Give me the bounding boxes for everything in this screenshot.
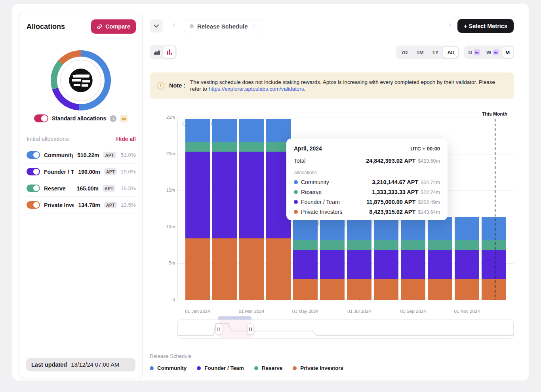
bar-segment-community-nov-2024[interactable] xyxy=(455,217,479,240)
bar-segment-community-oct-2024[interactable] xyxy=(428,217,452,240)
y-axis-label: 10m xyxy=(159,224,175,229)
bar-segment-community-apr-2024[interactable] xyxy=(266,119,291,142)
bar-segment-private-investors-dec-2024[interactable] xyxy=(482,279,506,300)
bar-segment-community-may-2024[interactable] xyxy=(293,217,318,240)
legend-item-reserve[interactable]: Reserve xyxy=(254,365,283,371)
info-icon[interactable]: i xyxy=(110,115,116,122)
bar-chart-button[interactable] xyxy=(163,46,175,58)
bar-segment-founder-team-nov-2024[interactable] xyxy=(455,250,479,279)
bar-segment-private-investors-jul-2024[interactable] xyxy=(347,279,371,300)
bar-segment-founder-team-sep-2024[interactable] xyxy=(401,250,425,279)
toolbar-divider xyxy=(145,39,522,39)
kebab-menu-icon[interactable]: ⋮ xyxy=(251,23,257,29)
bar-segment-community-mar-2024[interactable] xyxy=(239,119,264,142)
bar-segment-community-feb-2024[interactable] xyxy=(212,119,237,142)
donut-hole xyxy=(57,57,105,104)
range-button-all[interactable]: All xyxy=(443,47,458,58)
bar-segment-community-jun-2024[interactable] xyxy=(320,217,345,240)
note-text-after-link: . xyxy=(304,86,306,92)
time-range-switcher: 7D1M1YAll xyxy=(396,46,459,59)
navigator-handle-left[interactable] xyxy=(215,323,222,335)
bar-segment-private-investors-aug-2024[interactable] xyxy=(374,279,398,300)
this-month-label: This Month xyxy=(482,111,507,117)
bar-segment-founder-team-jul-2024[interactable] xyxy=(347,250,371,279)
tooltip-series-apt: 8,423,915.02 APT xyxy=(369,209,415,215)
bar-segment-private-investors-feb-2024[interactable] xyxy=(212,238,237,300)
allocation-name: Community xyxy=(44,152,73,158)
bar-segment-founder-team-jan-2024[interactable] xyxy=(185,152,210,238)
timeline-navigator[interactable] xyxy=(177,320,514,339)
premium-crown-icon xyxy=(493,49,499,55)
navigator-selection[interactable] xyxy=(219,320,251,338)
navigator-handle-right[interactable] xyxy=(247,323,254,335)
bar-segment-reserve-may-2024[interactable] xyxy=(293,240,318,250)
private-investors-toggle[interactable] xyxy=(27,201,40,209)
this-month-line xyxy=(495,119,495,300)
granularity-button-m[interactable]: M xyxy=(502,47,513,58)
series-dot xyxy=(294,180,298,184)
bar-segment-founder-team-oct-2024[interactable] xyxy=(428,250,452,279)
area-chart-button[interactable] xyxy=(151,46,163,58)
bar-segment-reserve-sep-2024[interactable] xyxy=(401,240,425,250)
select-metrics-button[interactable]: + Select Metrics xyxy=(457,19,514,33)
prev-metric-chevron[interactable]: ‹ xyxy=(173,21,175,29)
bar-segment-community-aug-2024[interactable] xyxy=(374,217,398,240)
bar-segment-reserve-jan-2024[interactable] xyxy=(185,142,210,152)
bar-segment-private-investors-jun-2024[interactable] xyxy=(320,279,345,300)
range-button-1m[interactable]: 1M xyxy=(412,47,428,58)
bar-segment-founder-team-dec-2024[interactable] xyxy=(482,250,506,279)
next-metric-chevron[interactable]: › xyxy=(449,21,451,29)
bar-segment-reserve-jun-2024[interactable] xyxy=(320,240,345,250)
collapse-chevron-button[interactable] xyxy=(150,19,163,32)
bar-segment-founder-team-may-2024[interactable] xyxy=(293,250,318,279)
legend-item-private-investors[interactable]: Private Investors xyxy=(293,365,343,371)
legend-item-community[interactable]: Community xyxy=(150,365,187,371)
bar-segment-private-investors-mar-2024[interactable] xyxy=(239,238,264,300)
navigator-range-tab[interactable] xyxy=(218,316,251,320)
standard-allocations-row: Standard allocations i xyxy=(19,114,142,122)
bar-segment-founder-team-mar-2024[interactable] xyxy=(239,152,264,238)
range-button-7d[interactable]: 7D xyxy=(397,47,412,58)
tooltip-timezone: UTC + 00:00 xyxy=(410,146,440,152)
bar-segment-reserve-mar-2024[interactable] xyxy=(239,142,264,152)
last-updated-pill: Last updated 13/12/24 07:00 AM xyxy=(26,358,135,371)
reserve-toggle[interactable] xyxy=(27,185,40,192)
range-button-1y[interactable]: 1Y xyxy=(428,47,443,58)
bar-segment-founder-team-feb-2024[interactable] xyxy=(212,152,237,238)
allocation-percent: 16.5% xyxy=(119,185,136,191)
community-toggle[interactable] xyxy=(27,151,40,159)
bar-segment-reserve-oct-2024[interactable] xyxy=(428,240,452,250)
bar-segment-private-investors-apr-2024[interactable] xyxy=(266,238,291,300)
bar-segment-community-dec-2024[interactable] xyxy=(482,217,506,240)
metric-pill-release-schedule[interactable]: Release Schedule ⋮ xyxy=(184,19,262,33)
granularity-button-d[interactable]: D xyxy=(465,47,483,58)
validators-link[interactable]: https://explorer.aptoslabs.com/validator… xyxy=(209,86,304,92)
bar-segment-reserve-nov-2024[interactable] xyxy=(455,240,479,250)
standard-allocations-toggle[interactable] xyxy=(34,114,48,122)
bar-segment-founder-team-aug-2024[interactable] xyxy=(374,250,398,279)
x-tick-mark xyxy=(251,300,252,301)
bar-chart-icon xyxy=(166,49,172,55)
legend-item-founder-team[interactable]: Founder / Team xyxy=(197,365,244,371)
allocation-percent: 19.0% xyxy=(121,169,136,175)
bar-segment-private-investors-nov-2024[interactable] xyxy=(455,279,479,300)
bar-segment-community-jan-2024[interactable] xyxy=(185,119,210,142)
bar-segment-private-investors-sep-2024[interactable] xyxy=(401,279,425,300)
allocations-donut-chart[interactable] xyxy=(51,50,111,110)
bar-segment-reserve-feb-2024[interactable] xyxy=(212,142,237,152)
compare-button[interactable]: Compare xyxy=(91,19,136,34)
bar-segment-private-investors-oct-2024[interactable] xyxy=(428,279,452,300)
y-axis-label: 0 xyxy=(159,297,175,302)
bar-segment-reserve-aug-2024[interactable] xyxy=(374,240,398,250)
granularity-button-w[interactable]: W xyxy=(483,47,502,58)
bar-segment-private-investors-may-2024[interactable] xyxy=(293,279,318,300)
bar-segment-reserve-jul-2024[interactable] xyxy=(347,240,371,250)
bar-segment-reserve-dec-2024[interactable] xyxy=(482,240,506,250)
allocation-name: Reserve xyxy=(44,185,73,192)
hide-all-link[interactable]: Hide all xyxy=(116,136,136,142)
founder-toggle[interactable] xyxy=(27,168,40,175)
bar-segment-private-investors-jan-2024[interactable] xyxy=(185,238,210,300)
bar-segment-founder-team-jun-2024[interactable] xyxy=(320,250,345,279)
bar-segment-community-sep-2024[interactable] xyxy=(401,217,425,240)
bar-segment-community-jul-2024[interactable] xyxy=(347,217,371,240)
